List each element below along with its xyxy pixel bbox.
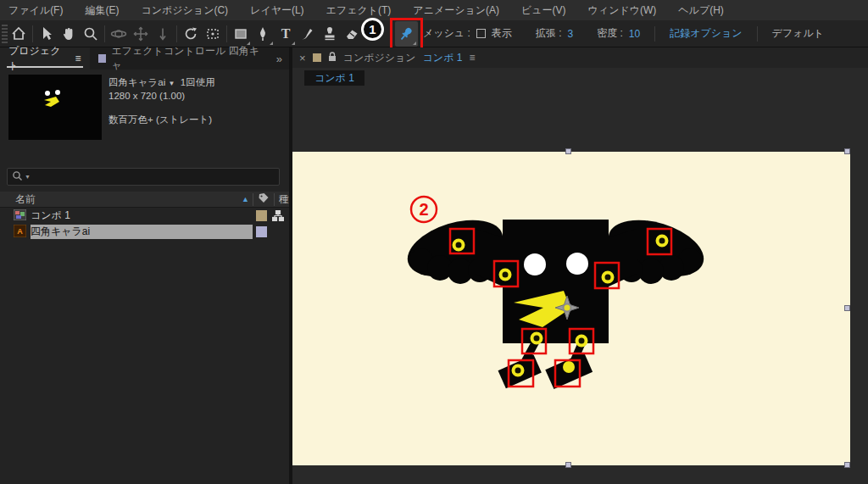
- pan-behind-tool-button[interactable]: [202, 21, 224, 47]
- footage-name-line[interactable]: 四角キャラai ▼ 1回使用: [108, 76, 215, 90]
- dolly-camera-icon: [154, 25, 171, 42]
- label-color-swatch[interactable]: [256, 210, 267, 221]
- project-tab-label: プロジェクト: [8, 44, 70, 73]
- menu-item-file[interactable]: ファイル(F): [8, 3, 63, 18]
- column-header-name[interactable]: 名前: [15, 192, 36, 207]
- menu-item-animation[interactable]: アニメーション(A): [413, 3, 499, 18]
- comp-viewer-tab[interactable]: コンポ 1: [304, 70, 364, 86]
- sort-ascending-icon[interactable]: ▲: [242, 195, 249, 203]
- brush-tool-button[interactable]: [297, 21, 319, 47]
- eraser-tool-button[interactable]: [341, 21, 363, 47]
- type-tool-icon: T: [277, 25, 294, 42]
- tab-effect-controls[interactable]: エフェクトコントロール 四角キャ: [90, 47, 276, 70]
- panel-menu-icon[interactable]: ≡: [469, 52, 475, 64]
- thumbnail-character-art: [8, 75, 102, 140]
- project-list-header: 名前 ▲ 種: [0, 192, 289, 208]
- selection-handle-top-right[interactable]: [844, 148, 850, 154]
- composition-canvas[interactable]: 2: [292, 152, 850, 465]
- search-icon: [12, 170, 23, 185]
- menu-item-help[interactable]: ヘルプ(H): [678, 3, 724, 18]
- selection-handle-top-middle[interactable]: [565, 148, 571, 154]
- mesh-show-label: 表示: [492, 26, 512, 41]
- rotate-icon: [182, 25, 199, 42]
- menu-item-window[interactable]: ウィンドウ(W): [588, 3, 657, 18]
- selection-handle-right-middle[interactable]: [844, 305, 850, 311]
- selection-tool-button[interactable]: [36, 21, 58, 47]
- tab-project[interactable]: プロジェクト ≡: [0, 47, 90, 70]
- rotation-tool-button[interactable]: [180, 21, 202, 47]
- type-tool-button[interactable]: T: [275, 21, 297, 47]
- orbit-camera-tool-button[interactable]: [108, 21, 130, 47]
- home-icon: [10, 25, 27, 42]
- search-input[interactable]: [32, 171, 275, 183]
- menu-item-composition[interactable]: コンポジション(C): [141, 3, 228, 18]
- column-header-type[interactable]: 種: [279, 192, 289, 207]
- clone-stamp-tool-button[interactable]: [319, 21, 341, 47]
- hand-icon: [60, 25, 77, 42]
- menu-bar: ファイル(F) 編集(E) コンポジション(C) レイヤー(L) エフェクト(T…: [0, 0, 868, 20]
- composition-panel-tab[interactable]: × コンポジション コンポ 1 ≡: [292, 47, 868, 68]
- svg-text:A: A: [17, 227, 23, 236]
- flyout-triangle-icon: [413, 42, 416, 45]
- after-effects-window: ファイル(F) 編集(E) コンポジション(C) レイヤー(L) エフェクト(T…: [0, 0, 868, 484]
- annotation-2-number: 2: [419, 200, 428, 219]
- toolbar-separator: [176, 25, 177, 42]
- puppet-tool-annotation-box: 1: [390, 18, 423, 50]
- pen-nib-icon: [254, 25, 271, 42]
- toolbar-separator: [226, 25, 227, 42]
- composition-type-icon: [267, 210, 289, 221]
- record-options-link[interactable]: 記録オプション: [670, 26, 742, 41]
- workspace-default-label[interactable]: デフォルト: [772, 26, 824, 41]
- pen-tool-button[interactable]: [252, 21, 274, 47]
- footage-dimensions: 1280 x 720 (1.00): [108, 90, 215, 103]
- flyout-triangle-icon: [292, 42, 295, 45]
- comp-viewer-tab-label: コンポ 1: [314, 71, 354, 86]
- puppet-pin-tool-button[interactable]: [395, 21, 418, 47]
- project-row-comp1[interactable]: コンポ 1: [0, 208, 289, 224]
- composition-panel: × コンポジション コンポ 1 ≡ コンポ 1: [292, 47, 868, 484]
- panel-menu-icon[interactable]: ≡: [75, 53, 81, 64]
- hand-tool-button[interactable]: [58, 21, 80, 47]
- toolbar-separator: [32, 25, 33, 42]
- menu-item-edit[interactable]: 編集(E): [85, 3, 119, 18]
- tab-overflow-icon[interactable]: »: [276, 53, 289, 65]
- active-comp-name: コンポ 1: [423, 51, 463, 65]
- dropdown-icon[interactable]: ▼: [168, 80, 175, 87]
- selection-handle-bottom-middle[interactable]: [565, 462, 571, 468]
- lock-icon[interactable]: [328, 52, 337, 64]
- footage-info: 四角キャラai ▼ 1回使用 1280 x 720 (1.00) 数百万色+ (…: [108, 76, 215, 126]
- project-row-footage[interactable]: A 四角キャラai: [0, 224, 289, 240]
- search-dropdown-icon[interactable]: ▼: [25, 174, 31, 180]
- close-icon[interactable]: ×: [299, 52, 306, 64]
- puppet-pin: [454, 241, 464, 250]
- menu-item-effect[interactable]: エフェクト(T): [326, 3, 392, 18]
- zoom-tool-button[interactable]: [80, 21, 102, 47]
- footage-thumbnail[interactable]: [8, 75, 102, 140]
- puppet-pin-selected: [563, 361, 575, 373]
- column-separator: [274, 193, 275, 206]
- puppet-pin: [577, 337, 587, 346]
- selection-handle-bottom-right[interactable]: [844, 462, 850, 468]
- expand-value[interactable]: 3: [567, 28, 573, 40]
- mesh-show-checkbox[interactable]: [476, 29, 486, 38]
- project-panel: プロジェクト ≡ エフェクトコントロール 四角キャ » 四角キャラai: [0, 47, 289, 484]
- menu-item-layer[interactable]: レイヤー(L): [250, 3, 304, 18]
- composition-viewer[interactable]: 2: [292, 88, 868, 484]
- toolbar-separator: [654, 26, 655, 42]
- density-label: 密度 :: [597, 26, 623, 41]
- pan-camera-tool-button[interactable]: [130, 21, 152, 47]
- menu-item-view[interactable]: ビュー(V): [521, 3, 566, 18]
- puppet-pin: [604, 273, 613, 282]
- mesh-label: メッシュ :: [423, 26, 470, 41]
- selection-arrow-icon: [38, 25, 55, 42]
- label-tag-icon[interactable]: [258, 192, 270, 206]
- rectangle-tool-button[interactable]: [230, 21, 252, 47]
- puppet-pin: [658, 236, 667, 246]
- density-value[interactable]: 10: [629, 28, 640, 40]
- home-tool-button[interactable]: [8, 21, 30, 47]
- dolly-camera-tool-button[interactable]: [152, 21, 174, 47]
- right-eye-shape: [566, 253, 588, 275]
- effect-controls-square-icon: [98, 54, 107, 63]
- label-color-swatch[interactable]: [256, 226, 267, 237]
- column-separator: [253, 193, 253, 206]
